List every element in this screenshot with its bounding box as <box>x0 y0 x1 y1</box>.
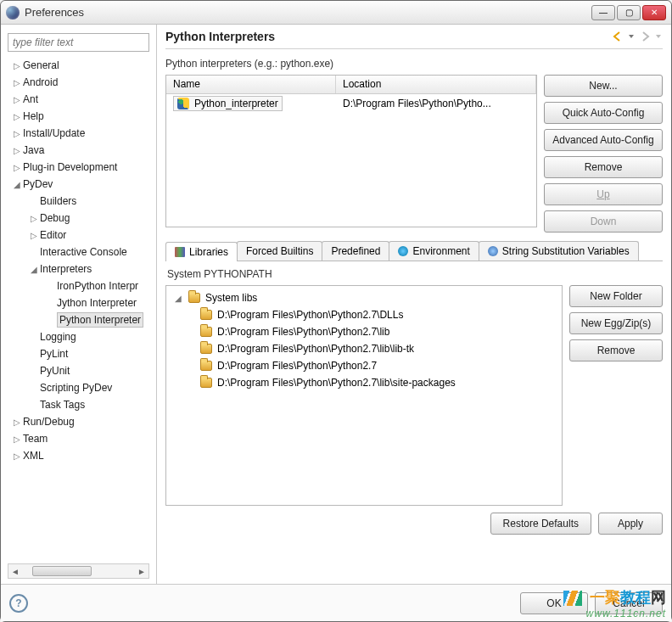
preferences-tree[interactable]: ▷General▷Android▷Ant▷Help▷Install/Update… <box>1 57 156 560</box>
env-icon <box>398 246 408 256</box>
tree-item[interactable]: IronPython Interpr <box>4 277 154 294</box>
tree-item[interactable]: ▷Java <box>4 142 154 159</box>
lib-path-item[interactable]: D:\Program Files\Python\Python2.7\lib <box>171 323 557 340</box>
tree-item-label: PyDev <box>23 178 53 190</box>
tree-item[interactable]: ▷Help <box>4 108 154 125</box>
horizontal-scrollbar[interactable]: ◄ ► <box>8 563 149 579</box>
tree-item-label: Interpreters <box>40 263 92 275</box>
tree-item[interactable]: ▷Editor <box>4 227 154 244</box>
tree-item-label: XML <box>23 450 44 462</box>
tree-item-label: Task Tags <box>40 399 85 411</box>
window-title: Preferences <box>25 6 84 19</box>
scroll-right-icon[interactable]: ► <box>135 567 148 576</box>
interpreters-sublabel: Python interpreters (e.g.: python.exe) <box>165 58 663 70</box>
tree-item[interactable]: ◢Interpreters <box>4 261 154 277</box>
lib-path-label: D:\Program Files\Python\Python2.7\DLLs <box>217 309 403 321</box>
remove-lib-button[interactable]: Remove <box>569 339 663 361</box>
tree-item[interactable]: ◢PyDev <box>4 176 154 193</box>
new-button[interactable]: New... <box>544 75 663 97</box>
down-button[interactable]: Down <box>544 210 663 233</box>
books-icon <box>175 247 185 257</box>
tree-item[interactable]: ▷XML <box>4 447 154 464</box>
filter-input[interactable] <box>8 33 149 52</box>
nav-back-button[interactable] <box>610 30 625 43</box>
bottom-bar: ? OK Cancel 一聚教程网 www.111cn.net <box>1 584 671 621</box>
tab-string-substitution-variables[interactable]: String Substitution Variables <box>479 241 639 261</box>
tree-item[interactable]: Interactive Console <box>4 244 154 261</box>
tabs: LibrariesForced BuiltinsPredefinedEnviro… <box>165 241 663 261</box>
tree-item[interactable]: ▷Install/Update <box>4 125 154 142</box>
restore-defaults-button[interactable]: Restore Defaults <box>490 513 591 535</box>
tree-item[interactable]: ▷Run/Debug <box>4 413 154 430</box>
close-button[interactable]: ✕ <box>642 5 666 20</box>
tree-item[interactable]: ▷Android <box>4 74 154 91</box>
twisty-icon: ▷ <box>30 214 38 223</box>
quick-auto-config-button[interactable]: Quick Auto-Config <box>544 102 663 124</box>
nav-back-menu[interactable] <box>627 30 636 43</box>
lib-path-item[interactable]: D:\Program Files\Python\Python2.7\DLLs <box>171 306 557 323</box>
tree-item-label: Editor <box>40 229 66 241</box>
maximize-button[interactable]: ▢ <box>617 5 641 20</box>
tree-item[interactable]: Scripting PyDev <box>4 379 154 396</box>
help-button[interactable]: ? <box>9 594 28 613</box>
folder-icon <box>188 293 200 303</box>
tree-item[interactable]: PyUnit <box>4 362 154 379</box>
tree-item[interactable]: Python Interpreter <box>4 311 154 328</box>
nav-forward-menu[interactable] <box>654 30 663 43</box>
system-libs-root[interactable]: ◢ System libs <box>171 289 557 306</box>
tree-item[interactable]: Task Tags <box>4 396 154 413</box>
column-location[interactable]: Location <box>336 76 536 93</box>
tab-label: Forced Builtins <box>246 245 313 257</box>
tree-item[interactable]: Logging <box>4 328 154 345</box>
table-row[interactable]: Python_interpreter D:\Program Files\Pyth… <box>166 94 536 113</box>
tree-item-label: Jython Interpreter <box>57 297 137 309</box>
column-name[interactable]: Name <box>166 76 336 93</box>
tree-item[interactable]: ▷Team <box>4 430 154 447</box>
tree-item-label: Builders <box>40 195 76 207</box>
lib-path-item[interactable]: D:\Program Files\Python\Python2.7\lib\li… <box>171 340 557 357</box>
twisty-icon: ▷ <box>13 451 21 461</box>
tab-forced-builtins[interactable]: Forced Builtins <box>237 241 322 261</box>
apply-button[interactable]: Apply <box>598 513 663 535</box>
scrollbar-thumb[interactable] <box>32 566 92 576</box>
scroll-left-icon[interactable]: ◄ <box>8 567 22 576</box>
new-egg-zip-button[interactable]: New Egg/Zip(s) <box>569 312 663 334</box>
tree-item[interactable]: Builders <box>4 193 154 210</box>
tab-environment[interactable]: Environment <box>389 241 479 261</box>
lib-path-item[interactable]: D:\Program Files\Python\Python2.7 <box>171 357 557 374</box>
folder-icon <box>200 344 212 354</box>
twisty-icon: ▷ <box>13 417 21 427</box>
advanced-auto-config-button[interactable]: Advanced Auto-Config <box>544 129 663 151</box>
lib-path-label: D:\Program Files\Python\Python2.7\lib\li… <box>217 343 414 355</box>
cancel-button[interactable]: Cancel <box>595 592 663 614</box>
tree-item-label: PyLint <box>40 348 68 360</box>
twisty-icon: ▷ <box>13 78 21 87</box>
preferences-sidebar: ▷General▷Android▷Ant▷Help▷Install/Update… <box>1 25 157 584</box>
minimize-button[interactable]: ― <box>591 5 615 20</box>
tab-predefined[interactable]: Predefined <box>322 241 389 261</box>
tree-item-label: Run/Debug <box>23 416 75 428</box>
lib-path-item[interactable]: D:\Program Files\Python\Python2.7\lib\si… <box>171 374 557 391</box>
tree-item[interactable]: PyLint <box>4 345 154 362</box>
titlebar: Preferences ― ▢ ✕ <box>1 1 671 25</box>
new-folder-button[interactable]: New Folder <box>569 285 663 307</box>
preferences-window: Preferences ― ▢ ✕ ▷General▷Android▷Ant▷H… <box>0 0 672 622</box>
system-libs-tree[interactable]: ◢ System libs D:\Program Files\Python\Py… <box>165 285 563 506</box>
tab-libraries[interactable]: Libraries <box>165 242 238 261</box>
twisty-icon: ▷ <box>13 163 21 172</box>
remove-interpreter-button[interactable]: Remove <box>544 156 663 178</box>
folder-icon <box>200 327 212 337</box>
lib-path-label: D:\Program Files\Python\Python2.7\lib\si… <box>217 377 456 389</box>
tree-item[interactable]: ▷Ant <box>4 91 154 108</box>
tree-item[interactable]: Jython Interpreter <box>4 294 154 311</box>
up-button[interactable]: Up <box>544 183 663 205</box>
nav-forward-button[interactable] <box>637 30 652 43</box>
tree-item[interactable]: ▷General <box>4 57 154 74</box>
tree-item-label: Scripting PyDev <box>40 382 112 394</box>
twisty-icon: ◢ <box>13 180 21 189</box>
tree-item[interactable]: ▷Debug <box>4 210 154 227</box>
tree-item[interactable]: ▷Plug-in Development <box>4 159 154 176</box>
triangle-down-icon: ◢ <box>175 294 183 303</box>
interpreters-table[interactable]: Name Location Python_interpreter <box>165 75 537 227</box>
ok-button[interactable]: OK <box>520 592 588 614</box>
